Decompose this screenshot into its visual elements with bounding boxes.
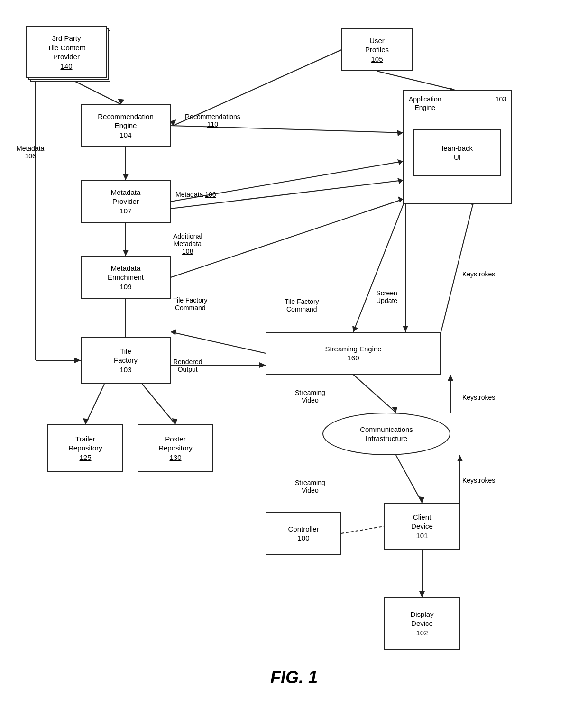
keystrokes-mid-label: Keystrokes — [462, 394, 495, 401]
svg-line-25 — [171, 332, 266, 353]
controller-label: Controller — [288, 524, 319, 534]
svg-marker-3 — [170, 119, 176, 126]
third-party-number: 140 — [60, 62, 72, 71]
svg-line-37 — [353, 375, 396, 413]
svg-marker-24 — [352, 326, 358, 332]
trailer-repository-box: TrailerRepository 125 — [47, 424, 123, 472]
figure-label: FIG. 1 — [270, 668, 318, 688]
recommendation-engine-label: RecommendationEngine — [98, 112, 154, 130]
user-profiles-box: UserProfiles 105 — [341, 28, 413, 71]
tile-factory-number: 103 — [119, 365, 131, 375]
application-engine-number: 103 — [496, 95, 506, 103]
tile-factory-label: TileFactory — [114, 347, 138, 365]
controller-number: 100 — [297, 533, 309, 543]
display-device-label: DisplayDevice — [410, 610, 433, 628]
additional-metadata-label: AdditionalMetadata108 — [173, 232, 202, 255]
svg-marker-34 — [83, 418, 89, 424]
communications-oval: CommunicationsInfrastructure — [322, 413, 450, 455]
metadata-106-mid-label: Metadata 106 — [175, 191, 216, 198]
svg-marker-40 — [448, 375, 453, 381]
lean-back-ui-box: lean-backUI — [413, 129, 501, 176]
svg-line-33 — [85, 384, 104, 424]
svg-marker-30 — [403, 326, 408, 332]
svg-line-4 — [377, 71, 455, 90]
screen-update-label: ScreenUpdate — [376, 289, 397, 304]
client-device-label: ClientDevice — [411, 513, 433, 531]
svg-marker-36 — [172, 418, 177, 424]
trailer-repository-number: 125 — [79, 453, 91, 462]
recommendation-engine-number: 104 — [119, 130, 131, 140]
metadata-106-left-label: Metadata106 — [17, 145, 44, 160]
svg-marker-42 — [419, 496, 424, 503]
recommendation-engine-box: RecommendationEngine 104 — [81, 104, 171, 147]
trailer-repository-label: TrailerRepository — [68, 434, 102, 453]
application-engine-label: ApplicationEngine — [409, 95, 441, 112]
svg-line-23 — [353, 199, 405, 332]
client-device-box: ClientDevice 101 — [384, 503, 460, 550]
keystrokes-top-label: Keystrokes — [462, 270, 495, 278]
svg-line-41 — [396, 455, 422, 503]
svg-marker-7 — [397, 130, 403, 136]
streaming-engine-number: 160 — [347, 353, 359, 363]
streaming-video-upper-label: StreamingVideo — [295, 389, 325, 404]
svg-line-0 — [74, 81, 121, 104]
tile-factory-cmd-left-label: Tile FactoryCommand — [173, 296, 208, 312]
communications-label: CommunicationsInfrastructure — [360, 425, 413, 443]
svg-line-35 — [142, 384, 175, 424]
rendered-output-label: RenderedOutput — [173, 358, 202, 373]
metadata-provider-label: MetadataProvider — [111, 188, 141, 206]
tile-factory-box: TileFactory 103 — [81, 337, 171, 384]
metadata-provider-number: 107 — [119, 206, 131, 216]
poster-repository-label: PosterRepository — [158, 434, 193, 453]
application-engine-box: ApplicationEngine 103 lean-backUI — [403, 90, 512, 204]
streaming-engine-label: Streaming Engine — [325, 344, 381, 354]
svg-marker-22 — [398, 196, 403, 202]
lean-back-ui-label: lean-backUI — [442, 144, 473, 162]
recommendations-110-label: Recommendations110 — [185, 113, 240, 128]
svg-marker-47 — [419, 591, 425, 597]
svg-line-45 — [341, 526, 384, 533]
metadata-enrichment-number: 109 — [119, 282, 131, 292]
poster-repository-number: 130 — [169, 453, 181, 462]
svg-marker-9 — [123, 174, 129, 180]
svg-marker-14 — [397, 159, 403, 165]
third-party-label: 3rd Party Tile Content Provider — [47, 34, 85, 62]
poster-repository-box: PosterRepository 130 — [138, 424, 213, 472]
svg-marker-16 — [123, 250, 129, 256]
third-party-box: 3rd Party Tile Content Provider 140 — [26, 26, 107, 78]
svg-marker-26 — [171, 329, 176, 335]
keystrokes-lower-label: Keystrokes — [462, 477, 495, 484]
metadata-enrichment-label: MetadataEnrichment — [108, 264, 144, 282]
client-device-number: 101 — [416, 531, 428, 541]
metadata-provider-box: MetadataProvider 107 — [81, 180, 171, 223]
svg-marker-38 — [392, 407, 397, 413]
display-device-number: 102 — [416, 628, 428, 638]
svg-line-21 — [171, 199, 403, 277]
tile-factory-cmd-right-label: Tile FactoryCommand — [285, 298, 319, 313]
svg-line-31 — [441, 199, 474, 332]
svg-marker-28 — [259, 362, 266, 368]
display-device-box: DisplayDevice 102 — [384, 597, 460, 650]
streaming-video-lower-label: StreamingVideo — [295, 479, 325, 494]
svg-marker-18 — [397, 178, 403, 184]
svg-marker-44 — [457, 455, 463, 461]
user-profiles-number: 105 — [371, 55, 383, 64]
streaming-engine-box: Streaming Engine 160 — [266, 332, 441, 375]
svg-marker-12 — [74, 358, 81, 363]
controller-box: Controller 100 — [266, 512, 341, 555]
metadata-enrichment-box: MetadataEnrichment 109 — [81, 256, 171, 299]
diagram: 3rd Party Tile Content Provider 140 User… — [0, 0, 588, 702]
user-profiles-label: UserProfiles — [365, 36, 389, 55]
svg-marker-1 — [118, 99, 124, 104]
